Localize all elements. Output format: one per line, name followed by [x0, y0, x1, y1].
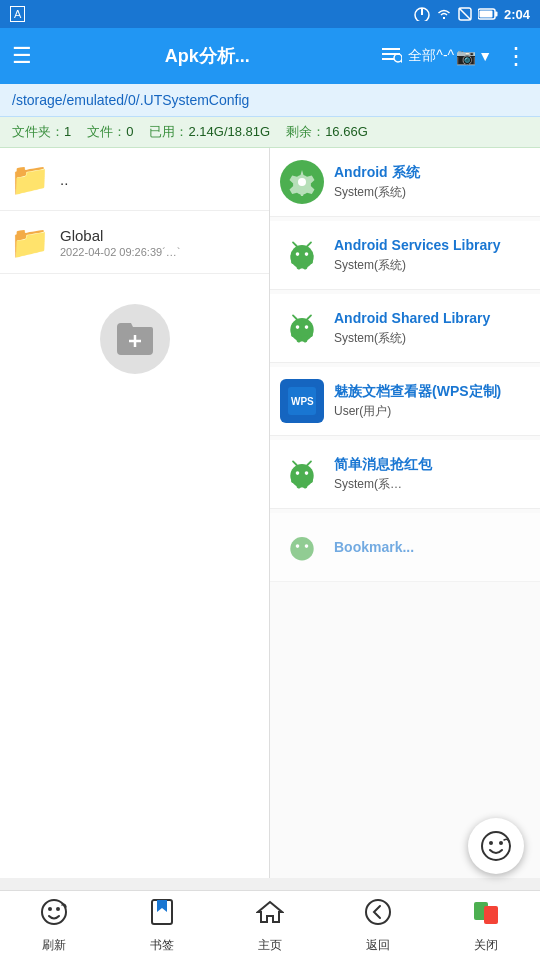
- app-item-android-system[interactable]: Android 系统 System(系统): [270, 148, 540, 217]
- status-left: A: [10, 6, 25, 22]
- android-services-icon: [280, 233, 324, 277]
- used-value: 2.14G/18.81G: [188, 124, 270, 139]
- status-a-icon: A: [10, 6, 25, 22]
- android-system-tag: System(系统): [334, 184, 530, 201]
- svg-rect-6: [495, 12, 498, 17]
- files-label: 文件：: [87, 124, 126, 139]
- nav-bookmarks[interactable]: 书签: [108, 898, 216, 954]
- nav-home[interactable]: 主页: [216, 898, 324, 954]
- path-bar: /storage/emulated/0/.UTSystemConfig: [0, 84, 540, 117]
- folder-date-global: 2022-04-02 09:26:39´…`: [60, 246, 180, 258]
- gear-icon: [288, 168, 316, 196]
- svg-point-41: [296, 471, 300, 475]
- msg-info: 简单消息抢红包 System(系…: [334, 455, 530, 492]
- add-folder-area: [0, 284, 269, 394]
- wifi-icon: [436, 7, 452, 21]
- folders-info: 文件夹：1: [12, 123, 71, 141]
- android-services-tag: System(系统): [334, 257, 530, 274]
- svg-point-10: [394, 54, 402, 62]
- main-content: 📁 .. 📁 Global 2022-04-02 09:26:39´…`: [0, 148, 540, 878]
- svg-point-51: [42, 900, 66, 924]
- folder-item-global[interactable]: 📁 Global 2022-04-02 09:26:39´…`: [0, 211, 269, 274]
- svg-point-55: [366, 900, 390, 924]
- folder-icon-global: 📁: [10, 223, 50, 261]
- app-item-msg[interactable]: 简单消息抢红包 System(系…: [270, 440, 540, 509]
- svg-line-44: [307, 461, 311, 465]
- more-icon[interactable]: ⋮: [500, 38, 532, 74]
- wps-tag: User(用户): [334, 403, 530, 420]
- folder-info-global: Global 2022-04-02 09:26:39´…`: [60, 227, 180, 258]
- nav-refresh-label: 刷新: [42, 937, 66, 954]
- nav-close-label: 关闭: [474, 937, 498, 954]
- nav-refresh[interactable]: 刷新: [0, 898, 108, 954]
- svg-rect-39: [297, 481, 302, 488]
- svg-rect-37: [291, 474, 295, 483]
- files-count: 0: [126, 124, 133, 139]
- folder-info-dotdot: ..: [60, 171, 68, 188]
- svg-rect-17: [309, 255, 313, 264]
- gear-app-icon: [280, 160, 324, 204]
- battery-icon: [478, 8, 498, 20]
- svg-line-3: [459, 8, 471, 20]
- svg-rect-5: [479, 11, 492, 18]
- svg-point-29: [296, 325, 300, 329]
- svg-rect-57: [484, 906, 498, 924]
- app-item-android-shared[interactable]: Android Shared Library System(系统): [270, 294, 540, 363]
- menu-icon[interactable]: ☰: [8, 39, 36, 73]
- used-label: 已用：: [149, 124, 188, 139]
- svg-rect-16: [291, 255, 295, 264]
- remain-info: 剩余：16.66G: [286, 123, 368, 141]
- bookmark-info: Bookmark...: [334, 538, 530, 556]
- svg-rect-19: [303, 262, 308, 269]
- svg-line-43: [293, 461, 297, 465]
- back-icon: [364, 898, 392, 933]
- close-icon: [472, 898, 500, 933]
- filter-text: 全部^-^: [408, 47, 454, 65]
- files-info: 文件：0: [87, 123, 133, 141]
- msg-name: 简单消息抢红包: [334, 455, 530, 473]
- app-item-bookmark[interactable]: Bookmark...: [270, 513, 540, 582]
- filter-dropdown[interactable]: 全部^-^ 📷 ▼: [408, 47, 492, 66]
- svg-point-50: [499, 841, 503, 845]
- svg-point-21: [305, 252, 309, 256]
- folder-item-dotdot[interactable]: 📁 ..: [0, 148, 269, 211]
- svg-rect-27: [297, 335, 302, 342]
- add-folder-button[interactable]: [100, 304, 170, 374]
- used-info: 已用：2.14G/18.81G: [149, 123, 270, 141]
- nav-home-label: 主页: [258, 937, 282, 954]
- nav-close[interactable]: 关闭: [432, 898, 540, 954]
- svg-rect-28: [303, 335, 308, 342]
- svg-text:WPS: WPS: [291, 396, 314, 407]
- remain-label: 剩余：: [286, 124, 325, 139]
- android-robot-icon: [284, 237, 320, 273]
- nav-back[interactable]: 返回: [324, 898, 432, 954]
- svg-point-48: [482, 832, 510, 860]
- search-group: 全部^-^ 📷 ▼: [378, 41, 492, 72]
- svg-line-32: [307, 315, 311, 319]
- android-robot-icon-4: [284, 529, 320, 565]
- msg-tag: System(系…: [334, 476, 530, 493]
- smiley-float-icon: [480, 830, 512, 862]
- svg-line-22: [293, 242, 297, 246]
- remain-value: 16.66G: [325, 124, 368, 139]
- svg-point-49: [489, 841, 493, 845]
- float-action-button[interactable]: [468, 818, 524, 874]
- folders-label: 文件夹：: [12, 124, 64, 139]
- bookmarks-icon: [149, 898, 175, 933]
- svg-rect-18: [297, 262, 302, 269]
- app-title: Apk分析...: [44, 44, 370, 68]
- app-item-wps[interactable]: WPS 魅族文档查看器(WPS定制) User(用户): [270, 367, 540, 436]
- app-item-android-services[interactable]: Android Services Library System(系统): [270, 221, 540, 290]
- dropdown-arrow[interactable]: ▼: [478, 48, 492, 64]
- svg-point-45: [290, 537, 313, 560]
- android-services-name: Android Services Library: [334, 236, 530, 254]
- folder-name-global: Global: [60, 227, 180, 244]
- search-icon[interactable]: [378, 41, 406, 72]
- svg-line-11: [401, 61, 402, 63]
- wps-icon: WPS: [284, 383, 320, 419]
- svg-point-42: [305, 471, 309, 475]
- folder-icon-dotdot: 📁: [10, 160, 50, 198]
- android-robot-icon-2: [284, 310, 320, 346]
- nav-back-label: 返回: [366, 937, 390, 954]
- android-system-info: Android 系统 System(系统): [334, 163, 530, 200]
